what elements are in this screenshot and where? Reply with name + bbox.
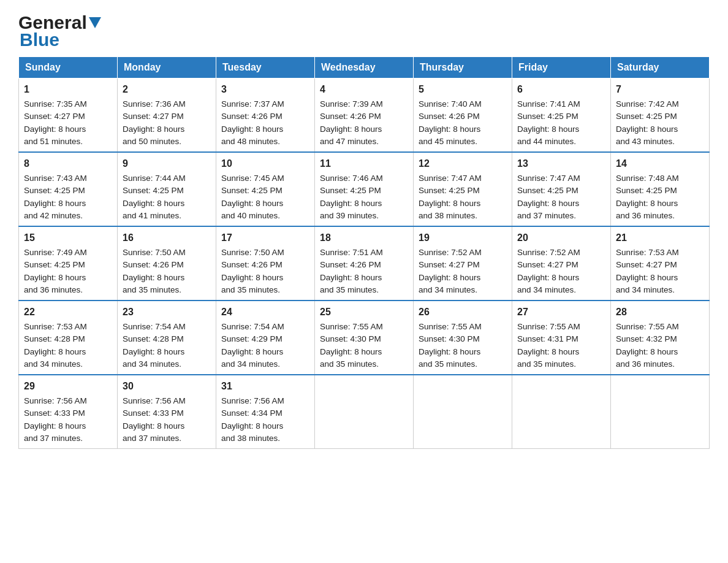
sunrise-label: Sunrise: 7:51 AM	[320, 248, 383, 257]
svg-marker-0	[89, 17, 101, 28]
sunrise-label: Sunrise: 7:41 AM	[517, 99, 580, 109]
calendar-day-cell: 14 Sunrise: 7:48 AM Sunset: 4:25 PM Dayl…	[611, 152, 710, 226]
daylight-label: Daylight: 8 hours	[320, 124, 382, 134]
daylight-minutes: and 34 minutes.	[419, 285, 477, 294]
sunrise-label: Sunrise: 7:56 AM	[24, 396, 87, 405]
logo-triangle-icon	[89, 17, 101, 31]
calendar-week-row: 8 Sunrise: 7:43 AM Sunset: 4:25 PM Dayli…	[19, 152, 710, 226]
calendar-day-cell	[512, 375, 611, 449]
day-number: 15	[24, 231, 112, 245]
sunrise-label: Sunrise: 7:48 AM	[616, 174, 679, 183]
sunset-label: Sunset: 4:33 PM	[123, 408, 184, 418]
sunrise-label: Sunrise: 7:54 AM	[221, 322, 284, 331]
calendar-day-cell	[315, 375, 414, 449]
sunset-label: Sunset: 4:27 PM	[616, 260, 677, 269]
calendar-day-cell: 16 Sunrise: 7:50 AM Sunset: 4:26 PM Dayl…	[118, 226, 216, 301]
daylight-label: Daylight: 8 hours	[24, 421, 86, 431]
day-of-week-header: Tuesday	[216, 57, 315, 79]
day-number: 9	[123, 156, 211, 171]
daylight-minutes: and 34 minutes.	[221, 359, 280, 369]
sunrise-label: Sunrise: 7:56 AM	[123, 396, 186, 405]
day-of-week-header: Monday	[118, 57, 216, 79]
day-number: 12	[419, 156, 507, 171]
sunrise-label: Sunrise: 7:47 AM	[419, 174, 482, 183]
calendar-day-cell: 29 Sunrise: 7:56 AM Sunset: 4:33 PM Dayl…	[19, 375, 118, 449]
sunset-label: Sunset: 4:27 PM	[123, 112, 184, 121]
day-number: 5	[419, 82, 507, 97]
day-number: 25	[320, 305, 408, 320]
sunset-label: Sunset: 4:30 PM	[320, 334, 381, 343]
daylight-label: Daylight: 8 hours	[616, 273, 678, 282]
sunrise-label: Sunrise: 7:55 AM	[517, 322, 580, 331]
day-number: 7	[616, 82, 704, 97]
daylight-minutes: and 34 minutes.	[517, 285, 576, 294]
daylight-minutes: and 39 minutes.	[320, 211, 379, 220]
calendar-day-cell: 31 Sunrise: 7:56 AM Sunset: 4:34 PM Dayl…	[216, 375, 315, 449]
day-number: 3	[221, 82, 309, 97]
daylight-minutes: and 34 minutes.	[24, 359, 83, 369]
daylight-minutes: and 47 minutes.	[320, 137, 379, 146]
calendar-day-cell: 5 Sunrise: 7:40 AM Sunset: 4:26 PM Dayli…	[414, 79, 512, 153]
daylight-label: Daylight: 8 hours	[221, 199, 283, 208]
sunrise-label: Sunrise: 7:35 AM	[24, 99, 87, 109]
day-number: 10	[221, 156, 309, 171]
daylight-label: Daylight: 8 hours	[24, 199, 86, 208]
daylight-minutes: and 43 minutes.	[616, 137, 675, 146]
calendar-day-cell: 15 Sunrise: 7:49 AM Sunset: 4:25 PM Dayl…	[19, 226, 118, 301]
daylight-minutes: and 36 minutes.	[616, 211, 675, 220]
daylight-minutes: and 38 minutes.	[419, 211, 477, 220]
calendar-day-cell	[611, 375, 710, 449]
sunrise-label: Sunrise: 7:44 AM	[123, 174, 186, 183]
sunrise-label: Sunrise: 7:50 AM	[123, 248, 186, 257]
day-of-week-header: Sunday	[19, 57, 118, 79]
daylight-minutes: and 41 minutes.	[123, 211, 181, 220]
calendar-day-cell: 1 Sunrise: 7:35 AM Sunset: 4:27 PM Dayli…	[19, 79, 118, 153]
sunset-label: Sunset: 4:25 PM	[221, 186, 282, 195]
page-header: General Blue	[18, 12, 710, 50]
sunset-label: Sunset: 4:28 PM	[123, 334, 184, 343]
calendar-day-cell	[414, 375, 512, 449]
day-number: 26	[419, 305, 507, 320]
calendar-day-cell: 10 Sunrise: 7:45 AM Sunset: 4:25 PM Dayl…	[216, 152, 315, 226]
daylight-label: Daylight: 8 hours	[123, 199, 184, 208]
day-number: 16	[123, 231, 211, 245]
sunset-label: Sunset: 4:26 PM	[221, 260, 282, 269]
daylight-minutes: and 44 minutes.	[517, 137, 576, 146]
day-number: 14	[616, 156, 704, 171]
daylight-minutes: and 37 minutes.	[24, 434, 83, 443]
daylight-minutes: and 40 minutes.	[221, 211, 280, 220]
sunset-label: Sunset: 4:31 PM	[517, 334, 578, 343]
daylight-minutes: and 45 minutes.	[419, 137, 477, 146]
sunrise-label: Sunrise: 7:40 AM	[419, 99, 482, 109]
daylight-minutes: and 34 minutes.	[616, 285, 675, 294]
daylight-label: Daylight: 8 hours	[123, 421, 184, 431]
calendar-day-cell: 7 Sunrise: 7:42 AM Sunset: 4:25 PM Dayli…	[611, 79, 710, 153]
calendar-day-cell: 20 Sunrise: 7:52 AM Sunset: 4:27 PM Dayl…	[512, 226, 611, 301]
daylight-label: Daylight: 8 hours	[419, 347, 480, 356]
sunrise-label: Sunrise: 7:55 AM	[320, 322, 383, 331]
daylight-label: Daylight: 8 hours	[320, 347, 382, 356]
daylight-label: Daylight: 8 hours	[419, 199, 480, 208]
calendar-day-cell: 12 Sunrise: 7:47 AM Sunset: 4:25 PM Dayl…	[414, 152, 512, 226]
day-number: 6	[517, 82, 605, 97]
calendar-day-cell: 2 Sunrise: 7:36 AM Sunset: 4:27 PM Dayli…	[118, 79, 216, 153]
daylight-minutes: and 36 minutes.	[24, 285, 83, 294]
daylight-label: Daylight: 8 hours	[419, 273, 480, 282]
day-number: 2	[123, 82, 211, 97]
sunset-label: Sunset: 4:26 PM	[320, 112, 381, 121]
day-number: 23	[123, 305, 211, 320]
sunrise-label: Sunrise: 7:43 AM	[24, 174, 87, 183]
day-number: 4	[320, 82, 408, 97]
sunrise-label: Sunrise: 7:56 AM	[221, 396, 284, 405]
calendar-day-cell: 13 Sunrise: 7:47 AM Sunset: 4:25 PM Dayl…	[512, 152, 611, 226]
calendar-day-cell: 24 Sunrise: 7:54 AM Sunset: 4:29 PM Dayl…	[216, 301, 315, 375]
sunrise-label: Sunrise: 7:52 AM	[419, 248, 482, 257]
daylight-label: Daylight: 8 hours	[221, 347, 283, 356]
sunset-label: Sunset: 4:25 PM	[123, 186, 184, 195]
logo: General Blue	[18, 12, 101, 50]
daylight-label: Daylight: 8 hours	[221, 124, 283, 134]
day-number: 13	[517, 156, 605, 171]
sunset-label: Sunset: 4:25 PM	[24, 260, 85, 269]
day-number: 22	[24, 305, 112, 320]
calendar-day-cell: 28 Sunrise: 7:55 AM Sunset: 4:32 PM Dayl…	[611, 301, 710, 375]
